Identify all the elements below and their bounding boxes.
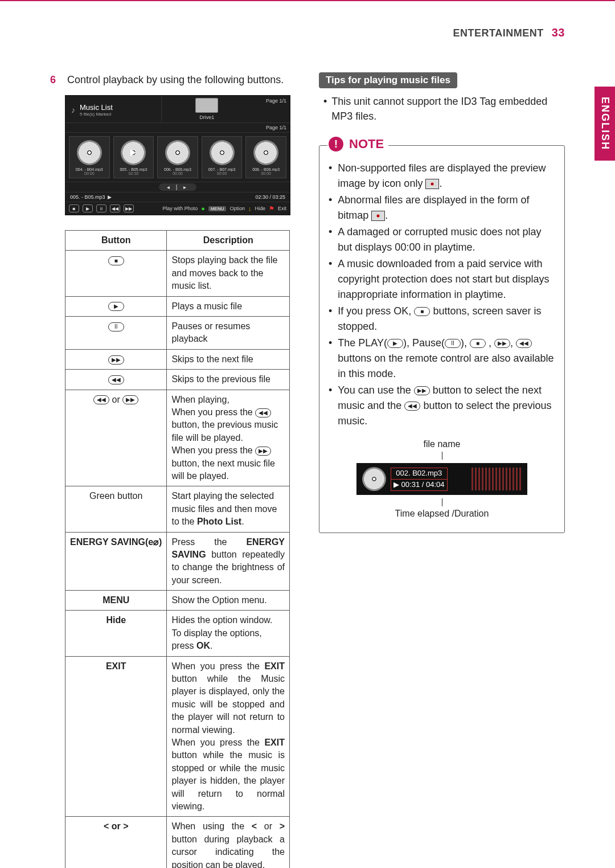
disc-icon bbox=[165, 140, 190, 165]
note-text: The PLAY(▶), Pause(II), ■ , ▶▶, ◀◀ butto… bbox=[338, 335, 555, 382]
desc-cell: Show the Option menu. bbox=[167, 591, 290, 611]
desc-cell: Hides the option window.To display the o… bbox=[167, 611, 290, 656]
pause-icon: II bbox=[96, 204, 106, 212]
music-thumb: 005. - B05.mp3 02:30 bbox=[113, 136, 154, 178]
thumb-time: 00:00 bbox=[204, 171, 240, 175]
thumb-time: 00:00 bbox=[72, 171, 107, 175]
note-item: You can use the ▶▶ button to select the … bbox=[329, 383, 555, 429]
note-item: Non-supported files are displayed the pr… bbox=[329, 161, 555, 191]
table-row: ◀◀ or ▶▶When playing,When you press the … bbox=[65, 390, 290, 486]
desc-cell: When you press the EXIT button while the… bbox=[167, 656, 290, 817]
disc-icon bbox=[210, 140, 235, 165]
stop-icon: ■ bbox=[414, 307, 430, 316]
table-row: ▶▶Skips to the next file bbox=[65, 349, 290, 369]
thumb-time: 00:00 bbox=[160, 171, 195, 175]
button-cell: Hide bbox=[65, 611, 167, 656]
bullet-icon bbox=[329, 383, 332, 429]
rw-icon: ◀◀ bbox=[516, 339, 532, 348]
step-6: 6 Control playback by using the followin… bbox=[50, 72, 296, 87]
tips-badge: Tips for playing music files bbox=[319, 72, 457, 88]
music-thumb: 008. - B08.mp3 00:00 bbox=[245, 136, 286, 178]
music-thumbs: 004. - B04.mp3 00:00 005. - B05.mp3 02:3… bbox=[65, 132, 290, 182]
music-bottom-bar: ■ ▶ II ◀◀ ▶▶ Play with Photo ● MENU Opti… bbox=[65, 202, 290, 215]
left-column: 6 Control playback by using the followin… bbox=[50, 72, 296, 868]
button-cell: ◀◀ bbox=[65, 370, 167, 390]
button-icon: II bbox=[108, 322, 124, 331]
note-heading: ! NOTE bbox=[327, 137, 388, 152]
desc-cell: Pauses or resumes playback bbox=[167, 317, 290, 350]
hide-label: Hide bbox=[255, 206, 265, 211]
desc-cell: Stops playing back the file and moves ba… bbox=[167, 251, 290, 296]
bullet-icon bbox=[329, 224, 332, 255]
button-cell: ▶ bbox=[65, 296, 167, 316]
button-icon: ▶▶ bbox=[108, 355, 124, 365]
rw-icon: ◀◀ bbox=[404, 402, 420, 411]
desc-cell: Start playing the selected music files a… bbox=[167, 486, 290, 532]
table-row: ENERGY SAVING(e⌀)Press the ENERGY SAVING… bbox=[65, 532, 290, 591]
bullet-icon bbox=[329, 335, 332, 382]
thumb-name: 008. - B08.mp3 bbox=[248, 167, 284, 171]
track-time: ▶ 00:31 / 04:04 bbox=[391, 480, 448, 491]
play-with-photo-label: Play with Photo bbox=[162, 206, 198, 211]
drive-selector: Drive1 bbox=[161, 96, 253, 122]
button-cell: Green button bbox=[65, 486, 167, 532]
music-list-subtitle: 5 file(s) Marked bbox=[80, 112, 113, 117]
button-icon: ▶ bbox=[108, 302, 124, 311]
note-item: If you press OK, ■ buttons, screen saver… bbox=[329, 304, 555, 334]
elapsed-duration: 02:30 / 03:25 bbox=[255, 194, 285, 200]
buttons-table: Button Description ■Stops playing back t… bbox=[65, 230, 290, 868]
ff-icon: ▶▶ bbox=[494, 339, 510, 348]
music-thumb: 004. - B04.mp3 00:00 bbox=[69, 136, 110, 178]
drive-label: Drive1 bbox=[199, 114, 214, 120]
button-cell: II bbox=[65, 317, 167, 350]
table-row: HideHides the option window.To display t… bbox=[65, 611, 290, 656]
table-row: < or >When using the < or > button durin… bbox=[65, 817, 290, 868]
button-icon: ■ bbox=[108, 256, 124, 265]
file-name-label: file name bbox=[329, 439, 555, 449]
music-pager: ◂ | ▸ bbox=[65, 182, 290, 192]
rw-icon: ◀◀ bbox=[110, 204, 120, 212]
step-text: Control playback by using the following … bbox=[67, 72, 284, 87]
note-text: Abnormal files are displayed in the form… bbox=[338, 193, 555, 223]
table-row: ◀◀Skips to the previous file bbox=[65, 370, 290, 390]
note-item: The PLAY(▶), Pause(II), ■ , ▶▶, ◀◀ butto… bbox=[329, 335, 555, 382]
now-playing-name: 005. - B05.mp3 bbox=[70, 194, 105, 200]
disc-icon bbox=[77, 140, 102, 165]
note-item: Abnormal files are displayed in the form… bbox=[329, 193, 555, 223]
option-label: Option bbox=[229, 206, 245, 211]
desc-cell: Skips to the previous file bbox=[167, 370, 290, 390]
play-icon: ▶ bbox=[387, 339, 403, 348]
button-cell: ■ bbox=[65, 251, 167, 296]
table-row: Green buttonStart playing the selected m… bbox=[65, 486, 290, 532]
pointer-icon bbox=[442, 498, 442, 506]
pointer-icon bbox=[442, 452, 442, 460]
desc-cell: Press the ENERGY SAVING button repeatedl… bbox=[167, 532, 290, 591]
button-cell: ENERGY SAVING(e⌀) bbox=[65, 532, 167, 591]
stop-icon: ■ bbox=[69, 204, 79, 212]
language-tab: ENGLISH bbox=[594, 87, 615, 161]
ff-icon: ▶▶ bbox=[124, 204, 134, 212]
track-name: 002. B02.mp3 bbox=[391, 468, 448, 480]
note-title: NOTE bbox=[349, 137, 384, 152]
button-cell: EXIT bbox=[65, 656, 167, 817]
table-row: MENUShow the Option menu. bbox=[65, 591, 290, 611]
note-text: Non-supported files are displayed the pr… bbox=[338, 161, 555, 191]
desc-cell: When playing,When you press the ◀◀ butto… bbox=[167, 390, 290, 486]
equalizer-icon bbox=[472, 468, 523, 490]
stop-icon: ■ bbox=[470, 339, 486, 348]
page-indicator-top: Page 1/1 bbox=[252, 96, 290, 122]
page-header: ENTERTAINMENT 33 bbox=[50, 26, 565, 39]
th-description: Description bbox=[167, 231, 290, 251]
section-title: ENTERTAINMENT bbox=[453, 27, 544, 39]
player-bar: 002. B02.mp3 ▶ 00:31 / 04:04 bbox=[356, 463, 527, 495]
bullet-icon bbox=[329, 161, 332, 191]
pause-icon: II bbox=[445, 339, 461, 348]
th-button: Button bbox=[65, 231, 167, 251]
table-row: EXITWhen you press the EXIT button while… bbox=[65, 656, 290, 817]
table-row: ▶Plays a music file bbox=[65, 296, 290, 316]
note-text: If you press OK, ■ buttons, screen saver… bbox=[338, 304, 555, 334]
menu-chip: MENU bbox=[208, 206, 227, 211]
desc-cell: When using the < or > button during play… bbox=[167, 817, 290, 868]
page-number: 33 bbox=[552, 26, 565, 39]
page-indicator-row: Page 1/1 bbox=[263, 123, 290, 132]
